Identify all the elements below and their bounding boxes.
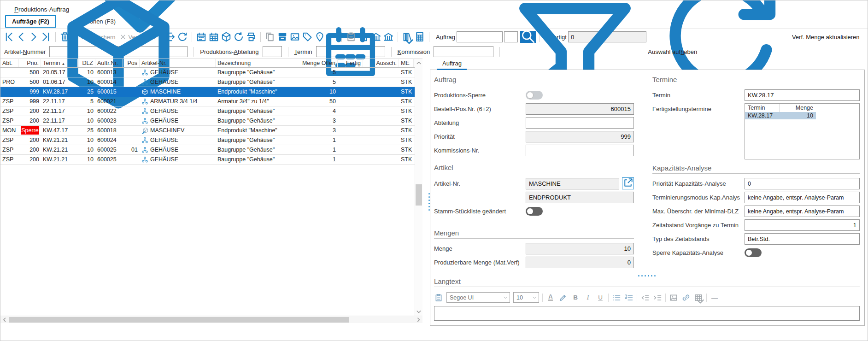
cell-fertig[interactable] [338, 145, 363, 154]
cell-auftr_nr[interactable]: 600021 [95, 97, 123, 106]
cell-prio[interactable]: 500 [19, 68, 41, 77]
cell-pos[interactable] [123, 97, 140, 106]
sperre-kap-toggle[interactable] [745, 248, 762, 257]
reports-dropdown-icon[interactable] [402, 31, 413, 42]
cell-auftr_nr[interactable]: 600014 [95, 77, 123, 87]
max-ueberschr-select[interactable]: keine Angabe, entspr. Analyse-Param [745, 206, 860, 217]
termin-field[interactable]: KW.28.17 [745, 89, 860, 101]
cell-menge_offen[interactable]: 50 [290, 97, 338, 106]
column-header-pos[interactable]: Pos [123, 59, 140, 67]
cell-artikel_nr[interactable]: MASCHINE [140, 87, 216, 96]
cell-me[interactable]: STK [399, 87, 414, 96]
cell-auftr_nr[interactable]: 600024 [95, 135, 123, 145]
section-splitter-handle-icon[interactable] [434, 275, 860, 276]
archive-cabinet-icon[interactable] [277, 31, 288, 42]
cell-termin[interactable]: KW.28.17 [745, 112, 780, 119]
cell-me[interactable]: STK [399, 97, 414, 106]
cell-dlz[interactable]: 10 [78, 155, 95, 164]
highlight-pen-icon[interactable] [558, 292, 568, 303]
cell-me[interactable]: STK [399, 135, 414, 145]
terminierungsmodus-select[interactable]: keine Angabe, entspr. Analyse-Param [745, 192, 860, 203]
calendar-week-icon[interactable] [196, 31, 207, 42]
cell-fertig[interactable] [338, 77, 363, 87]
warehouse-alt-icon[interactable] [383, 31, 394, 42]
column-header-artikel_nr[interactable]: Artikel-Nr. [140, 59, 216, 67]
cell-fertig[interactable] [338, 135, 363, 145]
cell-menge_offen[interactable]: 1 [290, 135, 338, 145]
abteilung-field[interactable] [526, 117, 634, 129]
cell-dlz[interactable]: 25 [78, 87, 95, 96]
cell-menge_offen[interactable]: 1 [290, 145, 338, 154]
delete-icon[interactable] [59, 31, 70, 42]
table-row[interactable]: PRO50001.06.1710600014GEHÄUSEBaugruppe "… [0, 77, 415, 87]
cell-aussch[interactable] [363, 155, 399, 164]
cell-menge_offen[interactable]: 1 [290, 155, 338, 164]
cell-abt[interactable]: PRO [0, 77, 19, 87]
scroll-left-icon[interactable] [0, 316, 8, 323]
column-header-bezeichnung[interactable]: Bezeichnung [216, 59, 290, 67]
cell-auftr_nr[interactable]: 600022 [95, 106, 123, 116]
cell-me[interactable]: STK [399, 145, 414, 154]
calculator-settings-icon[interactable] [414, 31, 425, 42]
table-row[interactable]: ZSP200KW.21.2110600024GEHÄUSEBaugruppe "… [0, 135, 415, 145]
cell-bezeichnung[interactable]: Baugruppe "Gehäuse" [216, 155, 290, 164]
cell-auftr_nr[interactable]: 600015 [95, 87, 123, 96]
column-header-dlz[interactable]: DLZ [78, 59, 95, 67]
cell-fertig[interactable] [338, 97, 363, 106]
cell-me[interactable]: STK [399, 68, 414, 77]
cell-bezeichnung[interactable]: Baugruppe "Gehäuse" [216, 68, 290, 77]
scroll-down-icon[interactable] [415, 308, 422, 316]
verf-menge-label[interactable]: Verf. Menge aktualisieren [792, 34, 860, 41]
tab-auftraege[interactable]: Aufträge (F2) [5, 15, 56, 28]
column-header-auftr_nr[interactable]: Auftr.Nr. [95, 59, 123, 67]
font-color-icon[interactable]: A [546, 292, 555, 303]
bullet-list-icon[interactable] [612, 292, 621, 303]
font-size-select[interactable]: 10 [513, 292, 539, 303]
cell-bezeichnung[interactable]: Baugruppe "Gehäuse" [216, 116, 290, 125]
kommissions-nr-field[interactable] [526, 145, 634, 156]
cell-aussch[interactable] [363, 126, 399, 135]
cell-bezeichnung[interactable]: Armatur 3/4" zu 1/4" [216, 97, 290, 106]
vertical-scrollbar-thumb[interactable] [416, 184, 422, 206]
column-header-me[interactable]: ME [399, 59, 414, 67]
artikel-nr-field[interactable]: MASCHINE [526, 178, 619, 189]
paste-document-icon[interactable] [346, 31, 357, 42]
nav-next-icon[interactable] [28, 31, 39, 42]
kommission-input[interactable] [434, 46, 493, 57]
refresh-icon[interactable] [177, 31, 188, 42]
artikel-nummer-input[interactable] [49, 46, 188, 57]
tags-icon[interactable] [302, 31, 313, 42]
cell-menge_offen[interactable]: 3 [290, 116, 338, 125]
cell-menge_offen[interactable]: 5 [290, 77, 338, 87]
cell-abt[interactable]: ZSP [0, 97, 19, 106]
cell-menge_offen[interactable]: 10 [290, 87, 338, 96]
cell-pos[interactable] [123, 106, 140, 116]
cell-pos[interactable] [123, 155, 140, 164]
column-header-fertig[interactable]: Fertig [338, 59, 363, 67]
cell-fertig[interactable] [338, 126, 363, 135]
cell-termin[interactable]: 22.11.17 [41, 97, 78, 106]
outdent-icon[interactable] [640, 292, 650, 303]
cell-dlz[interactable]: 10 [78, 145, 95, 154]
insert-table-icon[interactable] [694, 292, 703, 303]
cell-menge[interactable]: 10 [780, 112, 816, 119]
scroll-up-icon[interactable] [415, 59, 422, 67]
replan-circular-arrows-icon[interactable] [233, 31, 244, 42]
cell-termin[interactable]: KW.47.17 [41, 126, 78, 135]
cell-auftr_nr[interactable]: 600018 [95, 126, 123, 135]
cell-abt[interactable]: ZSP [0, 106, 19, 116]
cell-prio[interactable]: Sperre [19, 126, 41, 135]
font-family-select[interactable]: Segoe UI [446, 292, 510, 303]
cell-prio[interactable]: 200 [19, 145, 41, 154]
table-row[interactable]: ZSP20022.11.1710600022GEHÄUSEBaugruppe "… [0, 106, 415, 116]
cell-dlz[interactable]: 5 [78, 97, 95, 106]
column-header-termin[interactable]: Termin▲ [41, 59, 78, 67]
zeitabstand-field[interactable]: 1 [745, 219, 860, 231]
cell-termin[interactable]: 22.11.17 [41, 116, 78, 125]
cell-dlz[interactable]: 25 [78, 126, 95, 135]
cell-termin[interactable]: 22.11.17 [41, 106, 78, 116]
cell-termin[interactable]: 20.05.17 [41, 68, 78, 77]
copy-document-icon[interactable] [264, 31, 276, 42]
table-row[interactable]: ZSP200KW.21.211060002501GEHÄUSEBaugruppe… [0, 145, 415, 155]
cell-aussch[interactable] [363, 87, 399, 96]
